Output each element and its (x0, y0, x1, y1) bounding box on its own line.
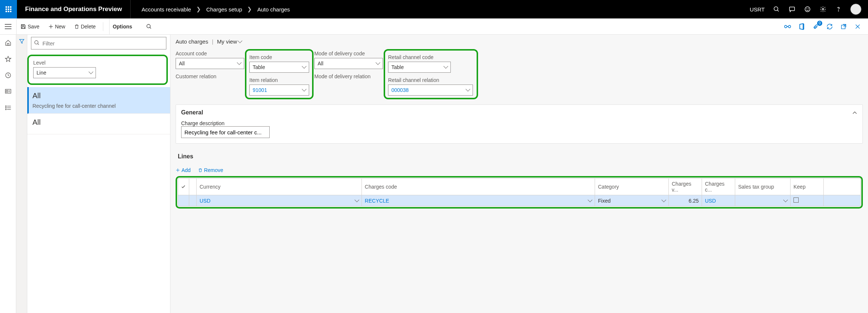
company-code[interactable]: USRT (750, 6, 765, 13)
breadcrumb-item[interactable]: Accounts receivable (142, 6, 191, 13)
action-bar: Save New Delete Options (0, 18, 868, 35)
app-launcher-button[interactable] (0, 0, 17, 18)
breadcrumb-item[interactable]: Charges setup (206, 6, 242, 13)
channel-code-select[interactable]: Table (388, 62, 451, 73)
popout-icon[interactable] (840, 23, 847, 30)
channel-relation-select[interactable]: 000038 (388, 85, 473, 96)
col-tax[interactable]: Sales tax group (735, 179, 791, 195)
home-icon[interactable] (4, 39, 12, 47)
delivery-code-select[interactable]: All (314, 58, 383, 69)
col-charges-code[interactable]: Charges code (362, 179, 595, 195)
category-cell[interactable]: Fixed (595, 195, 669, 206)
col-currency[interactable]: Currency (197, 179, 362, 195)
select-all-header[interactable] (178, 179, 189, 195)
delete-label: Delete (81, 24, 96, 30)
svg-line-16 (150, 27, 151, 28)
recent-icon[interactable] (4, 72, 12, 79)
filter-icon[interactable] (19, 38, 25, 313)
svg-point-3 (805, 7, 810, 12)
view-label: My view (217, 38, 237, 45)
desc-input[interactable] (181, 126, 270, 138)
col-charges-cur[interactable]: Charges c... (702, 179, 735, 195)
view-selector[interactable]: My view (217, 38, 242, 45)
svg-point-32 (35, 41, 38, 44)
add-line-button[interactable]: Add (176, 167, 191, 173)
chat-icon[interactable] (788, 6, 796, 13)
smiley-icon[interactable] (804, 6, 811, 13)
filter-input[interactable] (31, 37, 166, 49)
search-icon[interactable] (773, 6, 780, 13)
svg-point-28 (5, 107, 6, 108)
save-label: Save (28, 24, 39, 30)
col-keep[interactable]: Keep (791, 179, 824, 195)
chevron-right-icon: ❯ (196, 6, 201, 13)
gear-icon[interactable] (819, 6, 827, 13)
item-code-label: Item code (249, 53, 309, 62)
list-item-subtitle: Recycling fee for call-center channel (32, 103, 165, 109)
item-highlight: Item code Table Item relation 91001 (245, 49, 314, 99)
workspace-icon[interactable] (4, 88, 12, 95)
chevron-down-icon (302, 64, 306, 70)
breadcrumb-item[interactable]: Auto charges (257, 6, 290, 13)
delete-button[interactable]: Delete (73, 24, 97, 30)
currency-cell[interactable]: USD (197, 195, 362, 206)
general-header[interactable]: General (176, 105, 862, 120)
item-relation-label: Item relation (249, 76, 309, 85)
chevron-down-icon (238, 61, 241, 66)
chevron-down-icon (376, 61, 380, 66)
main-pane: Auto charges | My view Account code All … (170, 35, 868, 313)
topbar-right: USRT (750, 4, 868, 15)
avatar[interactable] (850, 4, 861, 15)
chevron-down-icon (89, 70, 93, 76)
svg-rect-12 (22, 27, 25, 28)
checkbox-icon[interactable] (793, 197, 799, 203)
new-label: New (55, 24, 65, 30)
row-select-cell[interactable] (178, 195, 189, 206)
account-code-select[interactable]: All (176, 58, 244, 69)
close-icon[interactable] (854, 23, 861, 30)
nav-toggle-button[interactable] (0, 24, 16, 29)
star-icon[interactable] (4, 55, 12, 63)
lines-title: Lines (178, 153, 193, 160)
chevron-down-icon (784, 198, 787, 204)
list-item[interactable]: All (27, 114, 170, 134)
attachments-icon[interactable] (812, 23, 819, 30)
remove-line-button[interactable]: Remove (198, 167, 223, 173)
header-fields: Account code All Customer relation Item … (176, 49, 863, 99)
customer-relation-value (176, 81, 244, 92)
level-highlight: Level Line (27, 55, 168, 85)
brand-title: Finance and Operations Preview (17, 0, 131, 18)
svg-rect-23 (6, 90, 8, 92)
new-button[interactable]: New (47, 24, 67, 30)
col-charges-value[interactable]: Charges v... (669, 179, 702, 195)
account-code-label: Account code (176, 49, 244, 58)
charges-code-cell[interactable]: RECYCLE (362, 195, 595, 206)
desc-label: Charge description (181, 120, 857, 126)
item-relation-select[interactable]: 91001 (249, 85, 309, 96)
list-pane: Level Line All Recycling fee for call-ce… (27, 35, 170, 313)
svg-point-4 (806, 8, 807, 9)
chevron-up-icon (852, 111, 857, 114)
keep-cell[interactable] (791, 195, 824, 206)
table-row[interactable]: USD RECYCLE Fixed 6.25 USD (178, 195, 861, 206)
general-title: General (181, 109, 203, 116)
charges-value-cell[interactable]: 6.25 (669, 195, 702, 206)
modules-icon[interactable] (4, 104, 12, 111)
save-button[interactable]: Save (19, 24, 41, 30)
options-button[interactable]: Options (109, 18, 135, 34)
col-category[interactable]: Category (595, 179, 669, 195)
list-item[interactable]: All Recycling fee for call-center channe… (27, 87, 170, 114)
infinity-icon[interactable] (784, 23, 791, 30)
item-code-select[interactable]: Table (249, 62, 309, 73)
filter-box (31, 37, 166, 49)
refresh-icon[interactable] (826, 23, 833, 30)
charges-cur-cell[interactable]: USD (702, 195, 735, 206)
search-action-button[interactable] (145, 24, 153, 30)
help-icon[interactable] (835, 6, 842, 13)
chevron-right-icon: ❯ (247, 6, 252, 13)
tax-cell[interactable] (735, 195, 791, 206)
general-section: General Charge description (176, 104, 863, 144)
office-icon[interactable] (798, 23, 805, 30)
svg-point-30 (5, 109, 6, 110)
level-select[interactable]: Line (33, 67, 96, 78)
